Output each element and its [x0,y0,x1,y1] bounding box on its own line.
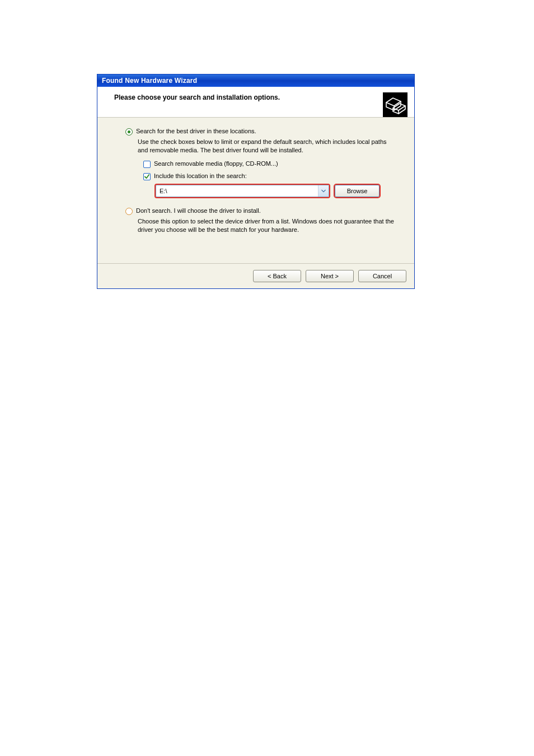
radio-unselected-icon [125,208,133,215]
manual-select-description: Choose this option to select the device … [138,217,396,234]
chevron-down-icon[interactable] [318,185,329,197]
next-button[interactable]: Next > [306,270,354,282]
radio-selected-icon [125,128,133,136]
checkbox-checked-icon [143,173,151,180]
removable-media-checkbox-row[interactable]: Search removable media (floppy, CD-ROM..… [143,160,402,168]
search-locations-label: Search for the best driver in these loca… [136,128,256,134]
dialog-title: Found New Hardware Wizard [102,77,197,85]
search-sub-options: Search removable media (floppy, CD-ROM..… [143,160,402,197]
manual-select-label: Don't search. I will choose the driver t… [136,207,261,214]
include-location-label: Include this location in the search: [154,172,247,179]
wizard-footer: < Back Next > Cancel [97,263,414,288]
removable-media-label: Search removable media (floppy, CD-ROM..… [154,160,278,167]
search-locations-option[interactable]: Search for the best driver in these loca… [125,128,402,136]
manual-select-option[interactable]: Don't search. I will choose the driver t… [125,207,402,215]
back-button[interactable]: < Back [253,270,301,282]
path-combobox[interactable] [156,185,329,197]
devices-icon [383,92,407,117]
wizard-header-title: Please choose your search and installati… [114,94,406,101]
browse-button[interactable]: Browse [335,185,380,197]
titlebar[interactable]: Found New Hardware Wizard [97,74,414,87]
checkbox-unchecked-icon [143,161,151,168]
cancel-button[interactable]: Cancel [358,270,406,282]
hardware-wizard-dialog: Found New Hardware Wizard Please choose … [97,74,415,289]
include-location-checkbox-row[interactable]: Include this location in the search: [143,172,402,180]
path-input-row: Browse [156,185,402,197]
wizard-body: Search for the best driver in these loca… [97,118,414,263]
wizard-header: Please choose your search and installati… [97,87,414,118]
path-input[interactable] [156,186,318,196]
search-locations-description: Use the check boxes below to limit or ex… [138,138,396,155]
